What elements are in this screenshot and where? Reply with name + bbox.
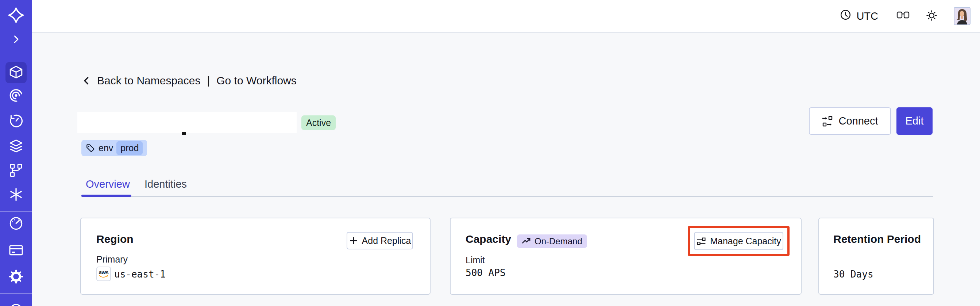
connect-button-label: Connect xyxy=(838,115,878,127)
sidebar-item-schedules[interactable] xyxy=(8,113,24,130)
capacity-card-title: Capacity xyxy=(466,233,511,245)
sidebar-item-billing[interactable] xyxy=(8,242,24,259)
region-card-title: Region xyxy=(96,233,134,245)
aws-logo-text: aws xyxy=(99,269,109,275)
region-card: Region Add Replica Primary aws us-east-1 xyxy=(80,218,431,295)
tabs-baseline xyxy=(81,196,933,197)
tag-key: env xyxy=(99,143,113,153)
capacity-field-label: Limit xyxy=(466,255,485,266)
namespace-tag: env prod xyxy=(81,140,147,156)
schedules-clock-icon xyxy=(8,113,24,130)
aws-provider-icon: aws xyxy=(96,266,111,281)
retention-card: Retention Period 30 Days xyxy=(818,218,934,295)
chevron-left-icon xyxy=(81,75,92,86)
region-value: us-east-1 xyxy=(114,269,165,280)
sidebar-item-settings[interactable] xyxy=(8,269,24,285)
region-field-label: Primary xyxy=(96,254,128,265)
chevron-right-icon xyxy=(11,34,22,46)
batch-branch-icon xyxy=(9,163,23,179)
namespaces-cube-icon xyxy=(8,65,24,81)
topbar-right-group: UTC xyxy=(838,0,970,32)
capacity-card: Capacity On-Demand Manage Capacity Limit… xyxy=(450,218,802,295)
edit-button-label: Edit xyxy=(905,115,924,127)
timezone-label: UTC xyxy=(856,10,878,22)
sidebar-item-batch[interactable] xyxy=(9,163,23,179)
status-badge: Active xyxy=(301,115,336,130)
on-demand-badge: On-Demand xyxy=(517,234,587,248)
sidebar-divider xyxy=(0,212,32,212)
avatar-photo xyxy=(955,20,970,25)
deployments-layers-icon xyxy=(8,139,24,155)
aws-smile-arrow xyxy=(99,275,108,278)
billing-card-icon xyxy=(8,242,24,259)
app-screen: UTC Back xyxy=(0,0,980,306)
back-to-namespaces-link[interactable]: Back to Namespaces xyxy=(97,75,200,87)
settings-gear-icon xyxy=(8,269,24,285)
sidebar-item-deployments[interactable] xyxy=(8,139,24,155)
sidebar-item-nexus[interactable] xyxy=(9,187,23,203)
breadcrumb: Back to Namespaces | Go to Workflows xyxy=(81,75,297,87)
sidebar-item-workflows[interactable] xyxy=(8,88,24,104)
support-circle-icon xyxy=(8,303,24,306)
connect-button[interactable]: Connect xyxy=(809,107,891,135)
retention-card-title: Retention Period xyxy=(833,233,921,245)
edit-button[interactable]: Edit xyxy=(896,107,932,135)
on-demand-badge-label: On-Demand xyxy=(535,236,582,247)
reader-glasses-icon xyxy=(896,11,910,22)
timezone-selector[interactable]: UTC xyxy=(838,9,880,23)
manage-capacity-label: Manage Capacity xyxy=(710,236,781,247)
sidebar-item-support[interactable] xyxy=(8,303,24,306)
tab-overview[interactable]: Overview xyxy=(86,178,130,190)
capacity-value: 500 APS xyxy=(466,267,506,278)
sidebar-item-expand[interactable] xyxy=(11,34,22,46)
go-to-workflows-link[interactable]: Go to Workflows xyxy=(216,75,297,87)
workflows-spiral-icon xyxy=(8,88,24,104)
nexus-asterisk-icon xyxy=(9,187,23,203)
sidebar-item-namespaces[interactable] xyxy=(8,65,24,81)
namespace-title-redacted xyxy=(77,112,297,133)
clock-icon xyxy=(840,9,851,23)
tab-identities[interactable]: Identities xyxy=(145,178,187,190)
sidebar-item-usage[interactable] xyxy=(8,215,24,232)
manage-capacity-button[interactable]: Manage Capacity xyxy=(694,232,783,250)
brightness-sun-icon xyxy=(926,10,938,22)
add-replica-label: Add Replica xyxy=(362,236,411,246)
breadcrumb-separator: | xyxy=(207,75,210,87)
temporal-logo-icon xyxy=(8,7,24,25)
redaction-artifact xyxy=(182,132,186,135)
usage-gauge-icon xyxy=(8,215,24,232)
tag-icon xyxy=(86,143,95,153)
connect-flow-icon xyxy=(822,115,833,127)
sliders-icon xyxy=(696,236,706,246)
tag-value-chip: prod xyxy=(116,141,143,155)
add-replica-button[interactable]: Add Replica xyxy=(347,232,413,249)
sidebar-item-home[interactable] xyxy=(8,7,24,25)
plus-icon xyxy=(349,236,358,245)
topbar: UTC xyxy=(32,0,980,33)
retention-value: 30 Days xyxy=(833,269,873,280)
trend-up-icon xyxy=(522,237,531,246)
user-avatar[interactable] xyxy=(954,7,970,25)
theme-toggle-button[interactable] xyxy=(926,10,938,22)
sidebar-nav xyxy=(0,0,32,306)
status-badge-label: Active xyxy=(306,118,331,128)
reader-glasses-button[interactable] xyxy=(896,11,910,22)
active-tab-underline xyxy=(81,194,131,197)
sidebar-divider xyxy=(0,293,32,293)
